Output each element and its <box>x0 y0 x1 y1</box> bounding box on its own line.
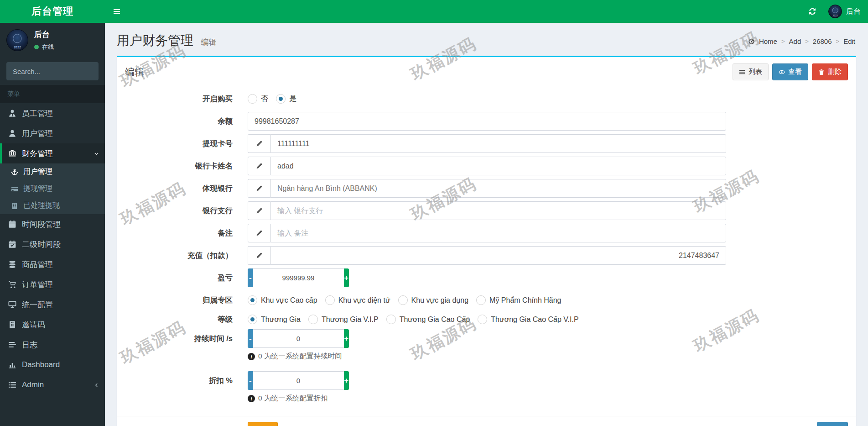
sidebar-item-invite-code[interactable]: 邀请码 <box>0 315 105 335</box>
sidebar-user-status: 在线 <box>42 43 54 51</box>
bank-input[interactable] <box>270 179 726 198</box>
duration-input[interactable] <box>253 329 344 348</box>
radio-icon[interactable] <box>398 295 408 305</box>
calendar-icon <box>8 220 16 228</box>
sidebar-item-dashboard[interactable]: Dashboard <box>0 355 105 375</box>
sidebar-search <box>6 62 99 80</box>
field-label: 银行卡姓名 <box>125 157 233 175</box>
sidebar-item-timeslot-management[interactable]: 时间段管理 <box>0 214 105 234</box>
refresh-button[interactable] <box>805 0 820 23</box>
sidebar-item-order-management[interactable]: 订单管理 <box>0 274 105 295</box>
radio-icon[interactable] <box>248 94 257 104</box>
brand-logo[interactable]: 后台管理 <box>0 0 105 23</box>
sidebar-item-logs[interactable]: 日志 <box>0 335 105 355</box>
field-label: 余额 <box>125 112 233 131</box>
zone-option-1[interactable]: Khu vực điện tử <box>325 295 390 305</box>
note-input[interactable] <box>270 224 726 242</box>
zone-option-2[interactable]: Khu vực gia dụng <box>398 295 468 305</box>
form-row-balance: 余额 <box>125 112 848 131</box>
navbar-right: 2022 后台 <box>805 0 868 23</box>
radio-icon[interactable] <box>325 295 335 305</box>
submit-button[interactable]: 提交 <box>817 422 848 426</box>
pencil-icon <box>256 252 263 259</box>
stepper-plus-button[interactable]: + <box>344 329 349 348</box>
purchase-yes-radio[interactable]: 是 <box>276 94 296 104</box>
sidebar-item-admin[interactable]: Admin <box>0 375 105 395</box>
sidebar-item-user-management[interactable]: 用户管理 <box>0 123 105 143</box>
box-footer: 重置 查看 继续创建 继续编辑 提交 <box>117 416 856 426</box>
breadcrumb-record-id[interactable]: 26806 <box>813 37 832 45</box>
recharge-input[interactable] <box>270 246 726 265</box>
purchase-no-radio[interactable]: 否 <box>248 94 268 104</box>
stepper-minus-button[interactable]: - <box>248 268 253 287</box>
stepper-minus-button[interactable]: - <box>248 329 253 348</box>
form-row-profit: 盈亏 - + <box>125 268 848 287</box>
field-label: 体现银行 <box>125 179 233 198</box>
search-input[interactable] <box>6 62 99 80</box>
sidebar-user-name: 后台 <box>34 29 54 40</box>
field-label: 持续时间 /s <box>125 329 233 348</box>
stepper-plus-button[interactable]: + <box>344 268 349 287</box>
list-button[interactable]: 列表 <box>733 63 769 80</box>
eye-icon <box>779 69 785 75</box>
info-icon <box>248 353 255 360</box>
anchor-icon <box>11 168 18 176</box>
pencil-icon <box>256 207 263 214</box>
duration-stepper: - + <box>248 329 349 348</box>
zone-option-0[interactable]: Khu vực Cao cấp <box>248 295 317 305</box>
sidebar-item-product-management[interactable]: 商品管理 <box>0 254 105 274</box>
radio-icon[interactable] <box>476 295 486 305</box>
sidebar-item-staff-management[interactable]: 员工管理 <box>0 103 105 123</box>
zone-option-3[interactable]: Mỹ Phẩm Chính Hãng <box>476 295 561 305</box>
discount-input[interactable] <box>253 371 344 390</box>
radio-icon[interactable] <box>478 315 487 324</box>
profit-input[interactable] <box>253 268 344 287</box>
balance-input[interactable] <box>248 112 726 131</box>
level-option-2[interactable]: Thương Gia Cao Cấp <box>386 315 470 324</box>
bank-icon <box>8 149 16 158</box>
radio-icon[interactable] <box>276 94 286 104</box>
database-icon <box>8 260 16 268</box>
stepper-minus-button[interactable]: - <box>248 371 253 390</box>
menu-header: 菜单 <box>0 85 105 103</box>
reset-button[interactable]: 重置 <box>248 422 278 426</box>
form-row-note: 备注 <box>125 224 848 242</box>
level-option-1[interactable]: Thương Gia V.I.P <box>308 315 379 324</box>
radio-icon[interactable] <box>248 315 257 324</box>
form-row-branch: 银行支行 <box>125 201 848 220</box>
sidebar-subitem-processed-withdrawals[interactable]: 已处理提现 <box>0 197 105 214</box>
form-row-level: 等级 Thương Gia Thương Gia V.I.P Thương Gi… <box>125 310 848 329</box>
sidebar-toggle-button[interactable] <box>105 0 129 23</box>
field-label: 折扣 % <box>125 371 233 390</box>
sidebar-item-finance-management[interactable]: 财务管理 <box>0 143 105 163</box>
card-name-input[interactable] <box>270 157 726 175</box>
stepper-plus-button[interactable]: + <box>344 371 349 390</box>
sidebar-subitem-user-finance[interactable]: 用户管理 <box>0 163 105 180</box>
level-option-3[interactable]: Thương Gia Cao Cấp V.I.P <box>478 315 578 324</box>
desktop-icon <box>8 300 16 309</box>
radio-icon[interactable] <box>386 315 396 324</box>
sidebar-subitem-withdraw-management[interactable]: 提现管理 <box>0 180 105 197</box>
top-navbar: 2022 后台 <box>105 0 868 23</box>
card-number-input[interactable] <box>270 134 726 153</box>
sidebar-item-secondary-timeslot[interactable]: 二级时间段 <box>0 234 105 254</box>
breadcrumb-add[interactable]: Add <box>789 37 801 45</box>
radio-icon[interactable] <box>308 315 318 324</box>
cart-icon <box>8 280 16 289</box>
pencil-addon <box>248 157 270 175</box>
view-button[interactable]: 查看 <box>772 63 808 80</box>
branch-input[interactable] <box>270 201 726 220</box>
edit-box: 编辑 列表 查看 删除 开启购买 否 <box>117 56 856 426</box>
radio-icon[interactable] <box>248 295 257 305</box>
breadcrumb-edit: Edit <box>843 37 855 45</box>
field-label: 盈亏 <box>125 268 233 287</box>
breadcrumb-home[interactable]: Home <box>759 37 777 45</box>
online-status-dot <box>34 45 39 49</box>
box-header: 编辑 列表 查看 删除 <box>117 57 856 84</box>
delete-button[interactable]: 删除 <box>812 63 848 80</box>
pencil-addon <box>248 201 270 220</box>
level-option-0[interactable]: Thương Gia <box>248 315 301 324</box>
user-menu[interactable]: 2022 后台 <box>828 0 861 23</box>
sidebar-item-unified-config[interactable]: 统一配置 <box>0 295 105 315</box>
discount-stepper: - + <box>248 371 349 390</box>
